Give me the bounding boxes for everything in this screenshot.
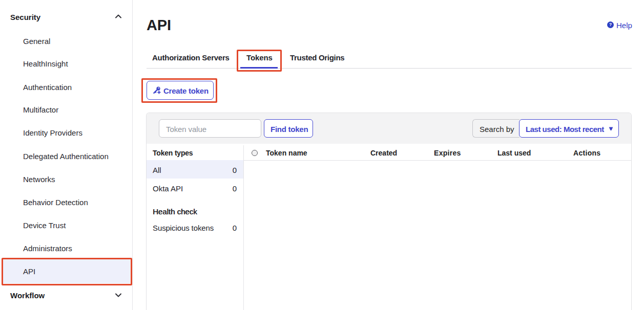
svg-text:?: ? (609, 22, 612, 27)
